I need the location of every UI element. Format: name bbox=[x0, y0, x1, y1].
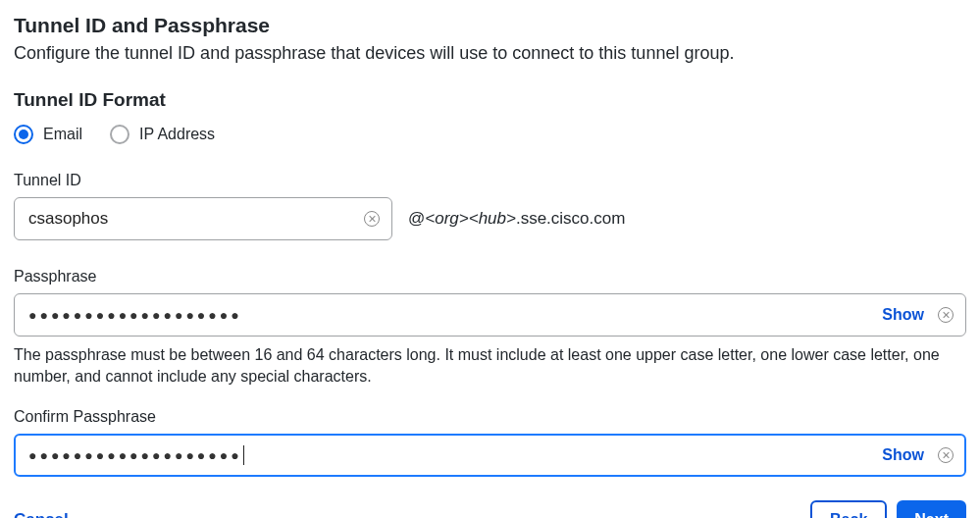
tunnel-id-suffix: @<org><hub>.sse.cisco.com bbox=[408, 209, 625, 229]
passphrase-label: Passphrase bbox=[14, 268, 966, 285]
next-button[interactable]: Next bbox=[897, 500, 966, 518]
radio-ip-address[interactable]: IP Address bbox=[110, 125, 215, 144]
cancel-button[interactable]: Cancel bbox=[14, 510, 69, 518]
page-title: Tunnel ID and Passphrase bbox=[14, 14, 966, 37]
radio-icon-unselected bbox=[110, 125, 129, 144]
tunnel-id-format-label: Tunnel ID Format bbox=[14, 89, 966, 111]
text-cursor bbox=[243, 445, 244, 465]
radio-icon-selected bbox=[14, 125, 33, 144]
footer: Cancel Back Next bbox=[14, 500, 966, 518]
clear-icon[interactable] bbox=[938, 447, 954, 463]
confirm-passphrase-label: Confirm Passphrase bbox=[14, 408, 966, 426]
passphrase-value: ●●●●●●●●●●●●●●●●●●● bbox=[28, 307, 882, 323]
tunnel-id-label: Tunnel ID bbox=[14, 172, 966, 189]
confirm-passphrase-input[interactable]: ●●●●●●●●●●●●●●●●●●● Show bbox=[14, 434, 966, 477]
clear-icon[interactable] bbox=[938, 307, 954, 323]
passphrase-help-text: The passphrase must be between 16 and 64… bbox=[14, 344, 966, 388]
confirm-passphrase-value: ●●●●●●●●●●●●●●●●●●● bbox=[28, 445, 882, 465]
back-button[interactable]: Back bbox=[810, 500, 887, 518]
tunnel-id-input[interactable]: csasophos bbox=[14, 197, 392, 240]
show-passphrase-button[interactable]: Show bbox=[882, 306, 924, 324]
radio-email[interactable]: Email bbox=[14, 125, 82, 144]
clear-icon[interactable] bbox=[364, 211, 380, 227]
page-description: Configure the tunnel ID and passphrase t… bbox=[14, 43, 966, 64]
show-confirm-passphrase-button[interactable]: Show bbox=[882, 446, 924, 464]
radio-ip-label: IP Address bbox=[139, 126, 215, 143]
tunnel-id-format-group: Email IP Address bbox=[14, 125, 966, 144]
passphrase-input[interactable]: ●●●●●●●●●●●●●●●●●●● Show bbox=[14, 293, 966, 337]
radio-email-label: Email bbox=[43, 126, 82, 143]
tunnel-id-value: csasophos bbox=[28, 209, 364, 229]
